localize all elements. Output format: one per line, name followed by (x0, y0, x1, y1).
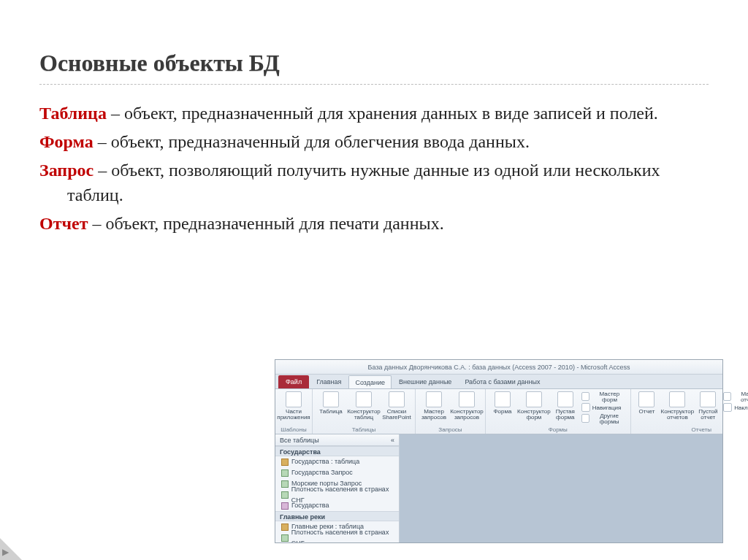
def-query: Запрос – объект, позволяющий получить ну… (39, 158, 709, 209)
ribbon-group: Части приложенияШаблоны (275, 389, 313, 434)
ribbon-button[interactable]: Другие формы (581, 413, 627, 423)
ribbon-button[interactable]: Мастер отчетов (723, 391, 748, 402)
nav-group-header[interactable]: Главные реки (275, 511, 399, 521)
ribbon-button[interactable]: Форма (489, 391, 516, 415)
tab-external[interactable]: Внешние данные (393, 375, 457, 388)
nav-item-label: Государства : таблица (291, 456, 359, 467)
query-icon (281, 480, 289, 488)
ribbon-label: Конструктор таблиц (347, 409, 381, 421)
ribbon-button[interactable]: Части приложения (278, 391, 309, 421)
ribbon-icon (723, 392, 730, 401)
ribbon-label: Навигация (592, 405, 622, 411)
ribbon-label: Мастер форм (592, 391, 627, 404)
ribbon-group: ОтчетКонструктор отчетовПустой отчетМаст… (631, 389, 748, 434)
ribbon-button[interactable]: Мастер форм (581, 391, 627, 402)
query-icon (281, 469, 289, 477)
ribbon-group-name: Отчеты (634, 426, 748, 433)
def-report: Отчет – объект, предназначенный для печа… (39, 211, 709, 237)
navigation-pane: Все таблицы « ГосударстваГосударства : т… (275, 434, 400, 542)
ribbon-label: Наклейки (734, 405, 748, 411)
app-body: Все таблицы « ГосударстваГосударства : т… (275, 434, 722, 542)
prev-arrow-icon: ▶ (2, 547, 9, 558)
slide-title: Основные объекты БД (39, 50, 709, 85)
window-title: База данных Дворянчикова С.А. : база дан… (275, 360, 722, 375)
ribbon-label: Списки SharePoint (381, 409, 412, 421)
query-icon (281, 534, 289, 542)
ribbon-button[interactable]: Пустая форма (552, 391, 579, 421)
ribbon-button[interactable]: Конструктор запросов (451, 391, 482, 421)
ribbon-group: ФормаКонструктор формПустая формаМастер … (486, 389, 631, 434)
ribbon-tabs: Файл Главная Создание Внешние данные Раб… (275, 375, 722, 389)
ribbon-group-name: Запросы (419, 426, 482, 433)
ribbon-icon (638, 391, 654, 407)
nav-item-label: Плотность населения в странах СНГ (291, 527, 399, 543)
ribbon-icon (323, 391, 339, 407)
def-form: Форма – объект, предназначенный для обле… (39, 129, 709, 155)
tab-home[interactable]: Главная (310, 375, 347, 388)
ribbon-button[interactable]: Мастер запросов (419, 391, 449, 421)
ribbon-icon (669, 391, 685, 407)
nav-item[interactable]: Государства : таблица (275, 456, 399, 467)
query-icon (281, 491, 289, 499)
ribbon-button[interactable]: Конструктор форм (519, 391, 549, 421)
ribbon-icon (723, 403, 732, 412)
tab-dbtools[interactable]: Работа с базами данных (459, 375, 546, 388)
ribbon-label: Пустая форма (552, 409, 579, 421)
nav-item[interactable]: Плотность населения в странах СНГ (275, 489, 399, 500)
access-screenshot: База данных Дворянчикова С.А. : база дан… (275, 359, 723, 543)
ribbon-label: Части приложения (277, 409, 310, 421)
ribbon-group: ТаблицаКонструктор таблицСписки SharePoi… (313, 389, 416, 434)
nav-header[interactable]: Все таблицы « (275, 434, 399, 446)
ribbon-label: Конструктор отчетов (661, 409, 695, 421)
ribbon-group-name: Таблицы (316, 426, 412, 433)
ribbon-icon (459, 391, 475, 407)
ribbon-button[interactable]: Таблица (316, 391, 346, 415)
ribbon-group: Мастер запросовКонструктор запросовЗапро… (416, 389, 486, 434)
ribbon-button[interactable]: Наклейки (723, 402, 748, 413)
ribbon-button[interactable]: Навигация (581, 402, 627, 413)
slide: Основные объекты БД Таблица – объект, пр… (0, 0, 748, 560)
ribbon-icon (700, 391, 716, 407)
ribbon-group-name: Шаблоны (278, 426, 309, 433)
ribbon-label: Таблица (319, 409, 342, 415)
tab-create[interactable]: Создание (348, 375, 392, 388)
ribbon-button[interactable]: Конструктор отчетов (662, 391, 692, 421)
ribbon: Части приложенияШаблоныТаблицаКонструкто… (275, 389, 722, 434)
nav-item-label: Государства Запрос (291, 467, 353, 478)
chevron-down-icon: « (391, 434, 394, 445)
ribbon-label: Пустой отчет (695, 409, 721, 421)
nav-item[interactable]: Государства Запрос (275, 467, 399, 478)
file-tab[interactable]: Файл (278, 375, 309, 388)
ribbon-icon (356, 391, 372, 407)
ribbon-icon (581, 392, 589, 401)
ribbon-label: Форма (493, 409, 511, 415)
definitions: Таблица – объект, предназначенный для хр… (39, 101, 709, 237)
ribbon-label: Мастер запросов (419, 409, 449, 421)
ribbon-group-name: Формы (489, 426, 627, 433)
ribbon-label: Конструктор форм (517, 409, 551, 421)
ribbon-icon (581, 414, 589, 423)
table-icon (281, 523, 289, 531)
ribbon-button[interactable]: Конструктор таблиц (348, 391, 379, 421)
ribbon-icon (426, 391, 442, 407)
nav-item-label: Государства (291, 500, 329, 511)
ribbon-label: Другие формы (592, 413, 627, 426)
table-icon (281, 459, 289, 466)
ribbon-icon (286, 391, 302, 407)
ribbon-label: Мастер отчетов (733, 391, 748, 404)
ribbon-icon (526, 391, 542, 407)
ribbon-button[interactable]: Пустой отчет (695, 391, 721, 421)
ribbon-icon (557, 391, 573, 407)
def-table: Таблица – объект, предназначенный для хр… (39, 101, 709, 126)
nav-item[interactable]: Плотность населения в странах СНГ (275, 532, 399, 542)
ribbon-button[interactable]: Списки SharePoint (381, 391, 412, 421)
ribbon-label: Конструктор запросов (450, 409, 484, 421)
form-icon (281, 502, 289, 510)
ribbon-button[interactable]: Отчет (634, 391, 660, 415)
ribbon-label: Отчет (639, 409, 655, 415)
ribbon-icon (389, 391, 405, 407)
ribbon-icon (581, 403, 590, 412)
nav-group-header[interactable]: Государства (275, 446, 399, 456)
ribbon-icon (495, 391, 511, 407)
work-area (400, 434, 722, 542)
